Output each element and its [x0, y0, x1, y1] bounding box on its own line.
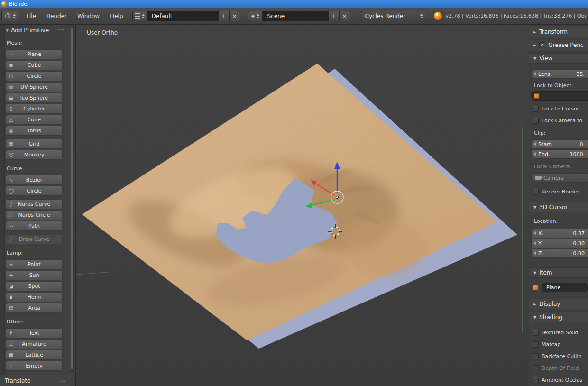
- add-text-button[interactable]: FText: [6, 328, 63, 338]
- grease-pencil-checkbox[interactable]: ✓: [539, 42, 545, 48]
- scene-browse-button[interactable]: ◈: [248, 11, 263, 21]
- lock-camera-row[interactable]: Lock Camera to: [533, 117, 588, 124]
- add-area-lamp-button[interactable]: ▤Area: [6, 303, 63, 313]
- nurbs-circle-icon: ◌: [8, 211, 14, 220]
- clip-start-field[interactable]: Start: 0.: [531, 139, 588, 149]
- panel-header-grease-pencil[interactable]: ► ✓ Grease Penc: [529, 40, 588, 50]
- panel-header-display[interactable]: ► Display: [529, 299, 588, 309]
- menu-file[interactable]: File: [21, 13, 41, 19]
- decrement-arrow-icon[interactable]: [533, 251, 536, 255]
- blender-window: Blender ⓘ File Render Window Help Defaul…: [0, 0, 588, 386]
- panel-header-shading[interactable]: ▼ Shading: [529, 312, 588, 322]
- scene-delete-button[interactable]: ×: [340, 11, 350, 21]
- scrollbar-thumb[interactable]: [71, 28, 74, 369]
- add-monkey-button[interactable]: ☺Monkey: [6, 150, 63, 160]
- cursor-y-field[interactable]: Y: -0.30: [531, 239, 588, 248]
- decrement-arrow-icon[interactable]: [533, 72, 536, 76]
- add-point-lamp-button[interactable]: ∗Point: [6, 259, 63, 269]
- object-data-icon: [533, 285, 538, 290]
- collapse-icon: ►: [533, 30, 536, 34]
- add-hemi-lamp-button[interactable]: ◖Hemi: [6, 292, 63, 302]
- window-title-bar: Blender: [0, 0, 588, 8]
- add-bezier-button[interactable]: ∿Bezier: [6, 175, 63, 185]
- cursor-z-field[interactable]: Z: 0.00: [531, 248, 588, 258]
- ambient-occlusion-checkbox[interactable]: [533, 377, 539, 383]
- add-nurbs-curve-button[interactable]: ∫Nurbs Curve: [6, 199, 63, 209]
- draw-curve-icon: ╱: [8, 235, 14, 244]
- menu-help[interactable]: Help: [105, 13, 128, 19]
- decrement-arrow-icon[interactable]: [533, 231, 536, 235]
- add-torus-button[interactable]: ◎Torus: [6, 126, 63, 136]
- add-nurbs-circle-button[interactable]: ◌Nurbs Circle: [6, 210, 63, 220]
- screen-layout-name-field[interactable]: Default: [147, 11, 219, 21]
- lens-field[interactable]: Lens: 35.: [531, 69, 588, 79]
- add-empty-button[interactable]: +Empty: [6, 361, 63, 371]
- add-cone-button[interactable]: △Cone: [6, 115, 63, 125]
- tool-shelf-scrollbar[interactable]: [71, 27, 74, 372]
- textured-solid-row[interactable]: Textured Solid: [533, 329, 588, 336]
- add-plane-button[interactable]: ▱Plane: [6, 49, 63, 59]
- matcap-row[interactable]: Matcap: [533, 341, 588, 348]
- add-uv-sphere-button[interactable]: ◍UV Sphere: [6, 82, 63, 92]
- render-border-checkbox[interactable]: [533, 189, 539, 195]
- panel-header-view[interactable]: ▼ View: [529, 53, 588, 64]
- panel-drag-dots-icon[interactable]: ∷∷: [58, 28, 64, 33]
- backface-culling-row[interactable]: Backface Cullin: [533, 353, 588, 359]
- decrement-arrow-icon[interactable]: [533, 241, 536, 245]
- screen-layout-add-button[interactable]: +: [219, 11, 230, 21]
- blender-logo-icon: [434, 12, 442, 20]
- draw-curve-button[interactable]: ╱Draw Curve: [6, 234, 63, 244]
- add-circle-curve-button[interactable]: ◯Circle: [6, 186, 63, 196]
- depth-of-field-checkbox[interactable]: [533, 365, 539, 371]
- render-border-row[interactable]: Render Border: [533, 188, 588, 195]
- screen-layout-browse-button[interactable]: [133, 11, 147, 21]
- add-grid-button[interactable]: ▦Grid: [6, 139, 63, 149]
- section-label-other: Other:: [6, 319, 64, 325]
- object-name-field[interactable]: Plane: [542, 283, 588, 292]
- scene-add-button[interactable]: +: [329, 11, 340, 21]
- add-ico-sphere-button[interactable]: ◒Ico Sphere: [6, 93, 63, 103]
- add-sun-lamp-button[interactable]: ☀Sun: [6, 270, 63, 280]
- add-lattice-button[interactable]: ▩Lattice: [6, 350, 63, 360]
- panel-header-transform[interactable]: ► Transform: [529, 27, 588, 37]
- camera-button[interactable]: Camera: [531, 173, 588, 183]
- textured-solid-checkbox[interactable]: [533, 330, 539, 336]
- panel-header-add-primitive[interactable]: ▼ Add Primitive ∷∷: [6, 27, 64, 34]
- add-cube-button[interactable]: ▣Cube: [6, 60, 63, 70]
- lock-camera-checkbox[interactable]: [533, 118, 539, 124]
- circle-curve-icon: ◯: [8, 186, 14, 195]
- lock-to-cursor-checkbox[interactable]: [533, 106, 539, 112]
- backface-culling-checkbox[interactable]: [533, 353, 539, 359]
- info-editor-icon: ⓘ: [5, 13, 11, 19]
- add-circle-button[interactable]: ○Circle: [6, 71, 63, 81]
- collapse-icon: ▼: [533, 315, 536, 320]
- tool-shelf-tab-strip[interactable]: [0, 25, 5, 386]
- editor-type-button[interactable]: ⓘ: [1, 11, 19, 21]
- add-spot-lamp-button[interactable]: ◢Spot: [6, 281, 63, 291]
- decrement-arrow-icon[interactable]: [533, 142, 536, 146]
- scene-name-field[interactable]: Scene: [263, 11, 329, 21]
- path-icon: ↝: [8, 221, 14, 230]
- lock-to-cursor-row[interactable]: Lock to Cursor: [533, 105, 588, 112]
- cone-icon: △: [8, 115, 14, 124]
- panel-header-3d-cursor[interactable]: ▼ 3D Cursor: [529, 202, 588, 212]
- torus-icon: ◎: [8, 126, 14, 135]
- menu-render[interactable]: Render: [41, 13, 72, 19]
- panel-header-item[interactable]: ▼ Item: [529, 267, 588, 278]
- collapse-icon: ▼: [533, 271, 536, 275]
- add-cylinder-button[interactable]: ▯Cylinder: [6, 104, 63, 114]
- panel-header-translate[interactable]: Translate ∷∷: [0, 375, 70, 386]
- decrement-arrow-icon[interactable]: [533, 152, 536, 156]
- cursor-x-field[interactable]: X: -0.37: [531, 229, 588, 238]
- matcap-checkbox[interactable]: [533, 341, 539, 348]
- menu-window[interactable]: Window: [72, 13, 105, 19]
- depth-of-field-row[interactable]: Depth Of Field: [533, 365, 588, 371]
- add-path-button[interactable]: ↝Path: [6, 221, 63, 231]
- viewport-3d[interactable]: User Ortho: [76, 25, 529, 386]
- lock-object-dropdown[interactable]: [531, 91, 588, 101]
- add-armature-button[interactable]: ⊥Armature: [6, 339, 63, 349]
- clip-end-field[interactable]: End: 1000.: [531, 149, 588, 159]
- ambient-occlusion-row[interactable]: Ambient Occlus: [533, 377, 588, 383]
- render-engine-dropdown[interactable]: Cycles Render: [361, 11, 427, 21]
- screen-layout-delete-button[interactable]: ×: [230, 11, 240, 21]
